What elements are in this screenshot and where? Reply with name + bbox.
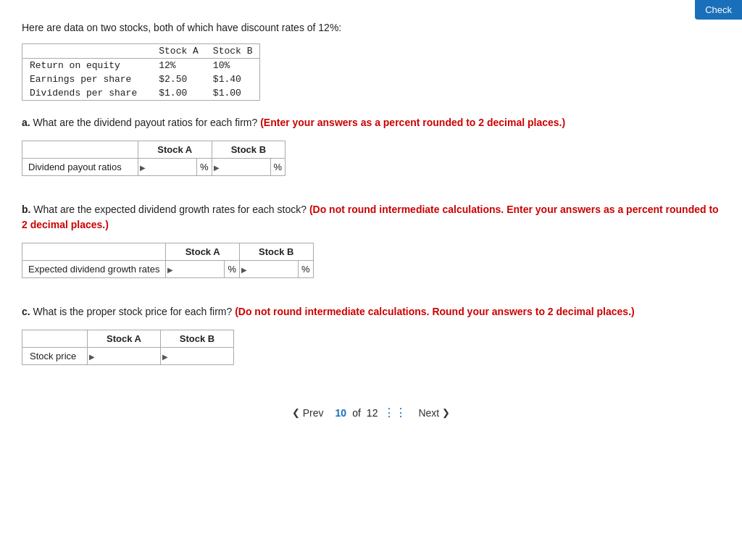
section-a-table: Stock A Stock B Dividend payout ratios ▶… [22,141,285,176]
next-label: Next [418,407,439,419]
section-a: a. What are the dividend payout ratios f… [22,115,720,176]
return-on-equity-a: 12% [151,59,206,73]
section-c-table: Stock A Stock B Stock price ▶ ▶ [22,330,234,365]
growth-rate-label: Expected dividend growth rates [22,261,166,278]
stock-price-b-input[interactable] [161,348,233,364]
prev-button[interactable]: ❮ Prev [292,407,324,419]
growth-rate-a-input[interactable] [166,261,224,277]
page-info: 10 of 12 ⋮⋮ [335,406,407,419]
section-a-unit2: % [270,159,285,176]
section-a-col1-header: Stock A [138,141,212,159]
pagination: ❮ Prev 10 of 12 ⋮⋮ Next ❯ [22,391,720,434]
section-c-question: c. What is the proper stock price for ea… [22,304,720,319]
dividend-payout-b-cell: ▶ [212,159,270,176]
check-button[interactable]: Check [695,0,742,20]
next-chevron-icon: ❯ [442,407,450,418]
dividend-payout-a-input[interactable] [138,159,196,175]
growth-rate-b-input[interactable] [240,261,298,277]
stock-price-a-cell: ▶ [88,348,161,365]
grid-icon[interactable]: ⋮⋮ [383,406,407,419]
stock-data-table: Stock A Stock B Return on equity 12% 10%… [22,43,260,101]
cursor-b-b: ▶ [241,265,247,273]
section-b-question: b. What are the expected dividend growth… [22,202,720,233]
section-a-empty-header [22,141,138,159]
return-on-equity-label: Return on equity [22,59,152,73]
section-b-empty-header [22,243,166,261]
dividend-payout-a-cell: ▶ [138,159,197,176]
section-c-col1-header: Stock A [88,330,161,348]
next-button[interactable]: Next ❯ [418,407,450,419]
total-pages: 12 [367,407,378,419]
cursor-c-b: ▶ [162,352,168,360]
section-b: b. What are the expected dividend growth… [22,202,720,278]
eps-a: $2.50 [151,72,206,86]
prev-label: Prev [303,407,324,419]
growth-rate-b-cell: ▶ [239,261,298,278]
stock-price-b-cell: ▶ [161,348,234,365]
eps-b: $1.40 [206,72,260,86]
intro-text: Here are data on two stocks, both of whi… [22,22,720,33]
section-c-empty-header [22,330,88,348]
stock-a-header: Stock A [151,44,206,59]
prev-chevron-icon: ❮ [292,407,300,418]
of-label: of [352,407,361,419]
section-c: c. What is the proper stock price for ea… [22,304,720,365]
section-b-col1-header: Stock A [166,243,240,261]
stock-b-header: Stock B [206,44,260,59]
cursor-a: ▶ [140,163,146,171]
stock-price-label: Stock price [22,348,88,365]
dividend-payout-b-input[interactable] [212,159,270,175]
dps-label: Dividends per share [22,86,152,101]
dividend-payout-label: Dividend payout ratios [22,159,138,176]
stock-price-a-input[interactable] [88,348,160,364]
cursor-b-a: ▶ [167,265,173,273]
dps-a: $1.00 [151,86,206,101]
section-a-col2-header: Stock B [212,141,285,159]
cursor-c-a: ▶ [89,352,95,360]
section-b-unit2: % [298,261,313,278]
section-b-col2-header: Stock B [239,243,313,261]
growth-rate-a-cell: ▶ [166,261,225,278]
section-a-unit1: % [197,159,212,176]
section-a-question: a. What are the dividend payout ratios f… [22,115,720,130]
cursor-b: ▶ [214,163,220,171]
section-b-table: Stock A Stock B Expected dividend growth… [22,243,314,278]
section-c-col2-header: Stock B [161,330,234,348]
eps-label: Earnings per share [22,72,152,86]
return-on-equity-b: 10% [206,59,260,73]
section-b-unit1: % [225,261,240,278]
dps-b: $1.00 [206,86,260,101]
current-page: 10 [335,407,347,419]
